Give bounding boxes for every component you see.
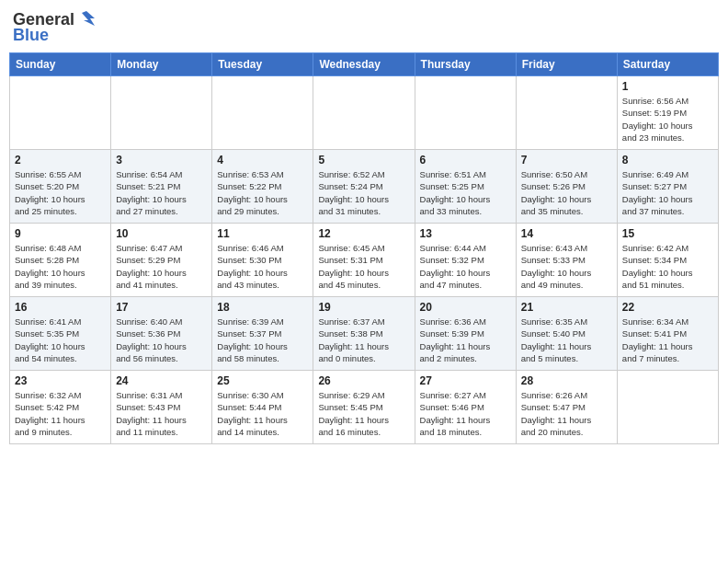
day-number: 20 bbox=[420, 301, 511, 314]
calendar-day-cell: 19Sunrise: 6:37 AM Sunset: 5:38 PM Dayli… bbox=[313, 297, 415, 371]
calendar-day-cell: 4Sunrise: 6:53 AM Sunset: 5:22 PM Daylig… bbox=[212, 150, 313, 224]
day-of-week-header: Saturday bbox=[617, 53, 718, 76]
calendar-day-cell bbox=[10, 76, 111, 150]
day-number: 6 bbox=[420, 154, 511, 167]
day-of-week-header: Wednesday bbox=[313, 53, 415, 76]
calendar-day-cell: 5Sunrise: 6:52 AM Sunset: 5:24 PM Daylig… bbox=[313, 150, 415, 224]
calendar-day-cell: 6Sunrise: 6:51 AM Sunset: 5:25 PM Daylig… bbox=[415, 150, 516, 224]
calendar-header-row: SundayMondayTuesdayWednesdayThursdayFrid… bbox=[10, 53, 719, 76]
calendar-day-cell: 17Sunrise: 6:40 AM Sunset: 5:36 PM Dayli… bbox=[111, 297, 212, 371]
day-info: Sunrise: 6:31 AM Sunset: 5:43 PM Dayligh… bbox=[116, 389, 207, 438]
day-info: Sunrise: 6:35 AM Sunset: 5:40 PM Dayligh… bbox=[521, 316, 612, 364]
day-number: 25 bbox=[217, 374, 308, 387]
day-info: Sunrise: 6:45 AM Sunset: 5:31 PM Dayligh… bbox=[318, 242, 409, 291]
day-info: Sunrise: 6:41 AM Sunset: 5:35 PM Dayligh… bbox=[15, 316, 106, 364]
day-of-week-header: Friday bbox=[516, 53, 617, 76]
day-info: Sunrise: 6:29 AM Sunset: 5:45 PM Dayligh… bbox=[318, 389, 409, 438]
day-number: 3 bbox=[116, 154, 207, 167]
calendar-day-cell: 22Sunrise: 6:34 AM Sunset: 5:41 PM Dayli… bbox=[617, 297, 718, 371]
day-info: Sunrise: 6:30 AM Sunset: 5:44 PM Dayligh… bbox=[217, 389, 308, 438]
day-number: 17 bbox=[116, 301, 207, 314]
day-number: 9 bbox=[15, 227, 106, 240]
calendar-day-cell: 18Sunrise: 6:39 AM Sunset: 5:37 PM Dayli… bbox=[212, 297, 313, 371]
day-info: Sunrise: 6:48 AM Sunset: 5:28 PM Dayligh… bbox=[15, 242, 106, 291]
day-number: 19 bbox=[318, 301, 409, 314]
day-info: Sunrise: 6:52 AM Sunset: 5:24 PM Dayligh… bbox=[318, 168, 409, 217]
calendar-week-row: 2Sunrise: 6:55 AM Sunset: 5:20 PM Daylig… bbox=[10, 150, 719, 224]
day-number: 26 bbox=[318, 374, 409, 387]
day-info: Sunrise: 6:42 AM Sunset: 5:34 PM Dayligh… bbox=[622, 242, 713, 291]
day-number: 7 bbox=[521, 154, 612, 167]
day-info: Sunrise: 6:34 AM Sunset: 5:41 PM Dayligh… bbox=[622, 316, 713, 364]
day-info: Sunrise: 6:37 AM Sunset: 5:38 PM Dayligh… bbox=[318, 316, 409, 364]
calendar-day-cell: 20Sunrise: 6:36 AM Sunset: 5:39 PM Dayli… bbox=[415, 297, 516, 371]
calendar-day-cell: 25Sunrise: 6:30 AM Sunset: 5:44 PM Dayli… bbox=[212, 371, 313, 444]
logo-bird-icon bbox=[76, 9, 97, 29]
calendar-day-cell: 9Sunrise: 6:48 AM Sunset: 5:28 PM Daylig… bbox=[10, 224, 111, 297]
day-info: Sunrise: 6:36 AM Sunset: 5:39 PM Dayligh… bbox=[420, 316, 511, 364]
calendar-day-cell bbox=[516, 76, 617, 150]
day-of-week-header: Thursday bbox=[415, 53, 516, 76]
day-info: Sunrise: 6:27 AM Sunset: 5:46 PM Dayligh… bbox=[420, 389, 511, 438]
calendar-day-cell bbox=[313, 76, 415, 150]
day-info: Sunrise: 6:26 AM Sunset: 5:47 PM Dayligh… bbox=[521, 389, 612, 438]
calendar-day-cell bbox=[415, 76, 516, 150]
calendar-day-cell: 16Sunrise: 6:41 AM Sunset: 5:35 PM Dayli… bbox=[10, 297, 111, 371]
day-info: Sunrise: 6:47 AM Sunset: 5:29 PM Dayligh… bbox=[116, 242, 207, 291]
page-header: General Blue bbox=[9, 9, 719, 45]
calendar-week-row: 1Sunrise: 6:56 AM Sunset: 5:19 PM Daylig… bbox=[10, 76, 719, 150]
day-info: Sunrise: 6:50 AM Sunset: 5:26 PM Dayligh… bbox=[521, 168, 612, 217]
calendar-day-cell: 21Sunrise: 6:35 AM Sunset: 5:40 PM Dayli… bbox=[516, 297, 617, 371]
day-info: Sunrise: 6:54 AM Sunset: 5:21 PM Dayligh… bbox=[116, 168, 207, 217]
calendar-day-cell: 15Sunrise: 6:42 AM Sunset: 5:34 PM Dayli… bbox=[617, 224, 718, 297]
day-number: 23 bbox=[15, 374, 106, 387]
day-info: Sunrise: 6:43 AM Sunset: 5:33 PM Dayligh… bbox=[521, 242, 612, 291]
calendar-day-cell: 1Sunrise: 6:56 AM Sunset: 5:19 PM Daylig… bbox=[617, 76, 718, 150]
day-number: 11 bbox=[217, 227, 308, 240]
calendar-day-cell: 8Sunrise: 6:49 AM Sunset: 5:27 PM Daylig… bbox=[617, 150, 718, 224]
day-info: Sunrise: 6:49 AM Sunset: 5:27 PM Dayligh… bbox=[622, 168, 713, 217]
day-of-week-header: Sunday bbox=[10, 53, 111, 76]
calendar-week-row: 16Sunrise: 6:41 AM Sunset: 5:35 PM Dayli… bbox=[10, 297, 719, 371]
day-info: Sunrise: 6:56 AM Sunset: 5:19 PM Dayligh… bbox=[622, 95, 713, 144]
day-number: 13 bbox=[420, 227, 511, 240]
calendar-day-cell: 24Sunrise: 6:31 AM Sunset: 5:43 PM Dayli… bbox=[111, 371, 212, 444]
calendar-day-cell: 14Sunrise: 6:43 AM Sunset: 5:33 PM Dayli… bbox=[516, 224, 617, 297]
day-number: 24 bbox=[116, 374, 207, 387]
day-info: Sunrise: 6:55 AM Sunset: 5:20 PM Dayligh… bbox=[15, 168, 106, 217]
logo: General Blue bbox=[13, 9, 97, 45]
calendar-day-cell: 27Sunrise: 6:27 AM Sunset: 5:46 PM Dayli… bbox=[415, 371, 516, 444]
calendar-week-row: 23Sunrise: 6:32 AM Sunset: 5:42 PM Dayli… bbox=[10, 371, 719, 444]
day-number: 12 bbox=[318, 227, 409, 240]
calendar-day-cell: 2Sunrise: 6:55 AM Sunset: 5:20 PM Daylig… bbox=[10, 150, 111, 224]
calendar-day-cell: 23Sunrise: 6:32 AM Sunset: 5:42 PM Dayli… bbox=[10, 371, 111, 444]
calendar-day-cell bbox=[212, 76, 313, 150]
day-info: Sunrise: 6:51 AM Sunset: 5:25 PM Dayligh… bbox=[420, 168, 511, 217]
calendar-day-cell: 3Sunrise: 6:54 AM Sunset: 5:21 PM Daylig… bbox=[111, 150, 212, 224]
calendar-day-cell: 28Sunrise: 6:26 AM Sunset: 5:47 PM Dayli… bbox=[516, 371, 617, 444]
calendar-day-cell: 10Sunrise: 6:47 AM Sunset: 5:29 PM Dayli… bbox=[111, 224, 212, 297]
calendar-table: SundayMondayTuesdayWednesdayThursdayFrid… bbox=[9, 52, 719, 444]
svg-marker-0 bbox=[82, 11, 95, 26]
day-number: 16 bbox=[15, 301, 106, 314]
calendar-week-row: 9Sunrise: 6:48 AM Sunset: 5:28 PM Daylig… bbox=[10, 224, 719, 297]
day-number: 5 bbox=[318, 154, 409, 167]
day-info: Sunrise: 6:46 AM Sunset: 5:30 PM Dayligh… bbox=[217, 242, 308, 291]
day-number: 21 bbox=[521, 301, 612, 314]
calendar-day-cell: 7Sunrise: 6:50 AM Sunset: 5:26 PM Daylig… bbox=[516, 150, 617, 224]
calendar-day-cell bbox=[111, 76, 212, 150]
day-number: 15 bbox=[622, 227, 713, 240]
day-number: 10 bbox=[116, 227, 207, 240]
day-number: 1 bbox=[622, 80, 713, 93]
day-of-week-header: Monday bbox=[111, 53, 212, 76]
calendar-day-cell: 13Sunrise: 6:44 AM Sunset: 5:32 PM Dayli… bbox=[415, 224, 516, 297]
day-info: Sunrise: 6:53 AM Sunset: 5:22 PM Dayligh… bbox=[217, 168, 308, 217]
day-number: 2 bbox=[15, 154, 106, 167]
calendar-day-cell: 12Sunrise: 6:45 AM Sunset: 5:31 PM Dayli… bbox=[313, 224, 415, 297]
day-number: 18 bbox=[217, 301, 308, 314]
day-info: Sunrise: 6:39 AM Sunset: 5:37 PM Dayligh… bbox=[217, 316, 308, 364]
day-of-week-header: Tuesday bbox=[212, 53, 313, 76]
day-number: 4 bbox=[217, 154, 308, 167]
day-number: 28 bbox=[521, 374, 612, 387]
calendar-day-cell bbox=[617, 371, 718, 444]
